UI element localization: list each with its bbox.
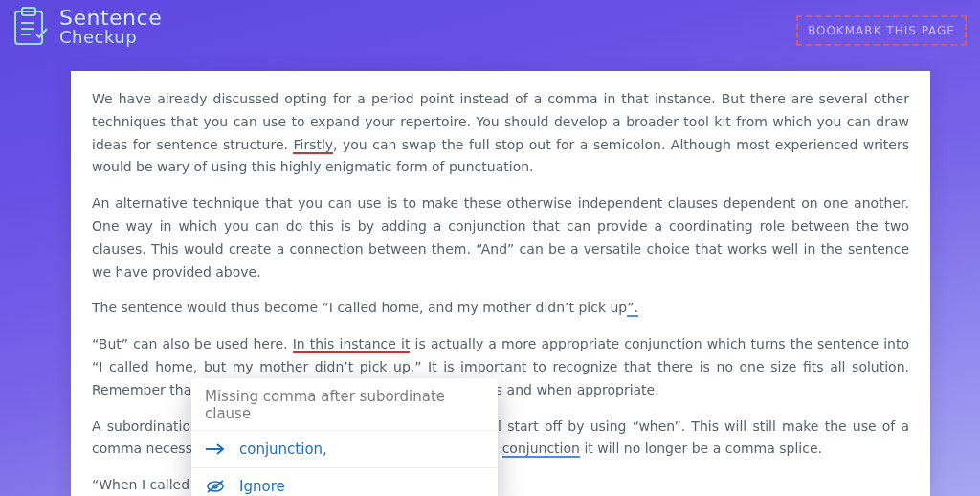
- suggestion-text: conjunction,: [239, 440, 327, 458]
- grammar-error[interactable]: conjunction: [502, 440, 580, 458]
- bookmark-button[interactable]: BOOKMARK THIS PAGE: [796, 15, 967, 46]
- text-run: The sentence would thus become “I called…: [92, 300, 627, 315]
- eye-off-icon: [205, 480, 226, 493]
- ignore-button[interactable]: Ignore: [191, 467, 498, 496]
- brand-text: Sentence Checkup: [59, 7, 162, 47]
- spell-error[interactable]: Firstly: [293, 137, 333, 154]
- clipboard-icon: [13, 6, 52, 48]
- paragraph: We have already discussed opting for a p…: [92, 88, 909, 179]
- grammar-error[interactable]: ”.: [627, 300, 638, 317]
- brand-logo[interactable]: Sentence Checkup: [13, 6, 162, 48]
- arrow-right-icon: [205, 442, 226, 456]
- paragraph: An alternative technique that you can us…: [92, 192, 909, 283]
- brand-line2: Checkup: [59, 29, 162, 47]
- apply-suggestion-button[interactable]: conjunction,: [191, 430, 498, 467]
- paragraph: The sentence would thus become “I called…: [92, 297, 909, 320]
- tooltip-title: Missing comma after subordinate clause: [191, 378, 498, 430]
- text-run: it will no longer be a comma splice.: [580, 440, 822, 456]
- spacer: [92, 71, 909, 88]
- suggestion-tooltip: Missing comma after subordinate clause c…: [191, 378, 498, 496]
- brand-line1: Sentence: [59, 7, 162, 29]
- text-run: “But” can also be used here.: [92, 336, 293, 351]
- ignore-text: Ignore: [239, 478, 285, 495]
- spell-error[interactable]: In this instance it: [293, 336, 411, 353]
